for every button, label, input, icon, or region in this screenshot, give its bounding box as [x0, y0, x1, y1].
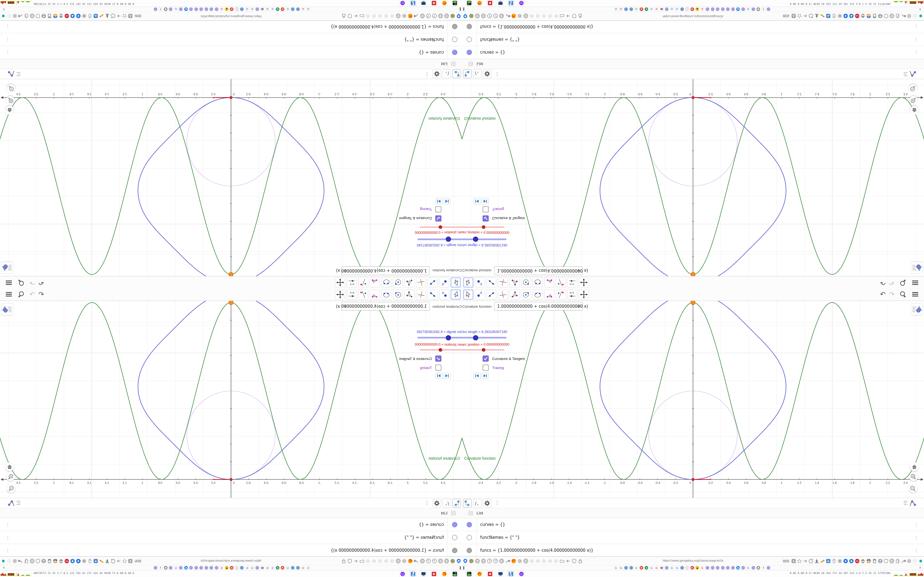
curvature-input-field[interactable]: 1.000000000000 + cos(4.000000000000 x) ▼ [341, 302, 430, 311]
tab-favicon[interactable] [169, 566, 173, 570]
zoom-in-button[interactable] [909, 96, 918, 105]
globe-icon[interactable] [29, 13, 35, 19]
algebra-row[interactable]: funcs = {1.000000000000 + cos(4.00000000… [462, 544, 924, 557]
tool-angle[interactable]: α [370, 290, 380, 300]
tab-favicon[interactable]: i [685, 566, 689, 570]
tab-favicon[interactable]: G [670, 566, 674, 570]
tab-favicon[interactable]: G [174, 566, 178, 570]
row-menu-icon[interactable]: ⋮ [5, 24, 10, 29]
globe-icon[interactable] [889, 13, 895, 19]
row-menu-icon[interactable]: ⋮ [914, 535, 919, 540]
step-back-button[interactable] [443, 372, 451, 379]
tab-favicon[interactable]: G [635, 566, 638, 570]
curvature-input-field[interactable]: 1.000000000000 + cos(4.000000000000 x) ▼ [494, 302, 583, 311]
star-icon[interactable] [797, 558, 802, 564]
tab-favicon[interactable]: G [250, 7, 254, 11]
tab-favicon[interactable] [200, 7, 203, 11]
tab-favicon[interactable]: G [614, 7, 618, 11]
marker-icon[interactable] [99, 558, 104, 564]
red-badge-icon[interactable]: ICF [855, 13, 860, 19]
search-button[interactable] [17, 279, 25, 287]
tab-favicon[interactable]: G [650, 566, 653, 570]
shield-icon[interactable] [883, 13, 889, 19]
algebra-fx-button[interactable]: fx [473, 499, 481, 508]
taskbar-app-purple[interactable] [518, 571, 525, 577]
tab-favicon[interactable]: i [235, 7, 239, 11]
search-button[interactable] [17, 290, 25, 298]
stylebar-toggle-button[interactable] [1, 303, 13, 315]
taskbar-app-redgear[interactable]: ✱ [431, 0, 437, 6]
tab-favicon[interactable] [205, 566, 208, 570]
tab-favicon[interactable] [169, 7, 173, 11]
marker-icon[interactable] [820, 558, 825, 564]
tab-favicon[interactable]: G [245, 566, 249, 570]
tool-angle[interactable]: α [544, 290, 554, 300]
tool-line[interactable] [486, 290, 496, 300]
taskbar-app-monitor[interactable] [420, 571, 427, 577]
tab-favicon[interactable] [741, 7, 745, 11]
translate-blue-icon[interactable]: A¶ [93, 558, 99, 564]
tab-favicon[interactable]: Я [281, 7, 284, 11]
step-back-button[interactable] [473, 198, 481, 205]
arc-position-slider-knob[interactable] [482, 348, 485, 352]
arrow-right-icon[interactable] [116, 13, 121, 19]
tab-favicon[interactable]: G [220, 566, 224, 570]
undo-button[interactable]: ↶ [879, 290, 887, 298]
globe-color-icon[interactable] [53, 13, 58, 19]
algebra-more-menu[interactable]: ⋮ [425, 71, 429, 77]
tab-favicon[interactable] [665, 566, 669, 570]
tool-polygon[interactable] [404, 290, 414, 300]
collapse-list-button[interactable]: − [451, 62, 456, 66]
tab-favicon[interactable] [741, 566, 745, 570]
red-badge-icon[interactable]: ICF [64, 558, 69, 564]
shield-icon[interactable] [35, 558, 41, 564]
search-button[interactable] [899, 290, 907, 298]
tool-reflect[interactable] [556, 290, 566, 300]
taskbar-app-firefox[interactable] [476, 571, 483, 577]
translate-gray-icon[interactable]: A↓ [791, 13, 796, 19]
curvature-tangent-checkbox[interactable] [435, 356, 441, 362]
taskbar-app-redgear[interactable]: ✱ [487, 0, 493, 6]
arc-length-slider[interactable] [417, 239, 462, 240]
home-button[interactable] [5, 106, 14, 114]
tab-favicon[interactable] [296, 566, 300, 570]
chevron-down-icon[interactable]: ▼ [577, 305, 580, 308]
zoom-out-button[interactable] [6, 84, 15, 93]
translate-gray-icon[interactable]: A↓ [128, 558, 133, 564]
gear-icon[interactable] [906, 13, 912, 19]
tab-favicon[interactable]: Я [640, 7, 643, 11]
taskbar-app-monitor[interactable] [420, 0, 427, 6]
tab-favicon[interactable]: V [645, 7, 648, 11]
row-menu-icon[interactable]: ⋮ [5, 548, 10, 553]
zoom-out-button[interactable] [6, 484, 15, 493]
mouse-icon[interactable] [831, 558, 837, 564]
step-back-button[interactable] [473, 372, 481, 379]
row-menu-icon[interactable]: ⋮ [914, 548, 919, 553]
tab-favicon[interactable]: ✱ [756, 566, 760, 570]
tab-favicon[interactable]: G [286, 566, 289, 570]
undo-button[interactable]: ↶ [879, 279, 887, 287]
tool-line[interactable] [486, 277, 496, 287]
algebra-tree-view-button[interactable] [452, 69, 461, 78]
tab-favicon[interactable] [767, 7, 770, 11]
tracing-checkbox[interactable] [483, 364, 489, 371]
tab-favicon[interactable] [767, 566, 770, 570]
tracing-checkbox[interactable] [435, 364, 441, 371]
globe-color-icon[interactable] [866, 558, 871, 564]
dim-icon[interactable] [912, 558, 918, 564]
tab-favicon[interactable] [194, 566, 198, 570]
tab-favicon[interactable] [726, 7, 730, 11]
tab-favicon[interactable]: i [685, 7, 689, 11]
star-icon[interactable] [122, 13, 127, 19]
step-forward-button[interactable] [435, 372, 443, 379]
avatar-icon[interactable] [877, 558, 883, 564]
taskbar-app-firefox[interactable] [476, 0, 483, 6]
globe-color-icon[interactable] [866, 13, 871, 19]
tab-favicon[interactable]: f [762, 7, 765, 11]
tab-favicon[interactable]: G [619, 7, 623, 11]
tab-favicon[interactable] [721, 7, 725, 11]
step-forward-button[interactable] [481, 198, 489, 205]
red-badge-icon[interactable]: ICF [855, 558, 860, 564]
tab-favicon[interactable]: G [635, 7, 638, 11]
algebra-fx-button[interactable]: fx [443, 499, 451, 508]
